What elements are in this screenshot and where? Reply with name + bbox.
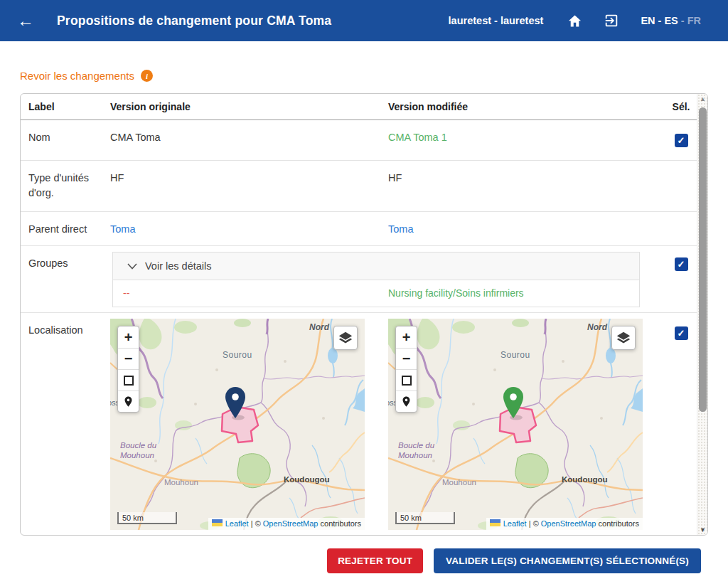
select-checkbox-nom[interactable]: ✓ — [675, 134, 688, 147]
info-icon[interactable]: i — [141, 70, 153, 82]
table-header-row: Label Version originale Version modifiée… — [21, 94, 697, 120]
action-bar: REJETER TOUT VALIDER LE(S) CHANGEMENT(S)… — [0, 548, 701, 573]
table-row-parent: Parent direct Toma Toma — [21, 212, 697, 246]
map-attribution: Leaflet | © OpenStreetMap contributors — [486, 518, 643, 530]
map-modified[interactable]: Nord Sourou Boucle du Mouhoun Mouhoun Ko… — [388, 319, 643, 530]
groups-modified-value: Nursing facility/Soins infirmiers — [388, 287, 524, 299]
parent-modified-link[interactable]: Toma — [388, 223, 413, 235]
row-label: Parent direct — [28, 222, 91, 237]
chevron-down-icon — [127, 263, 137, 270]
map-label-boucle-1: Boucle du — [398, 441, 435, 450]
map-label-nord: Nord — [309, 322, 330, 332]
map-controls: + − — [117, 326, 139, 413]
logout-icon — [604, 13, 619, 28]
map-label-sourou: Sourou — [500, 350, 530, 360]
map-label-koudougou: Koudougou — [562, 475, 608, 484]
nom-modified-value: CMA Toma 1 — [388, 120, 665, 160]
rectangle-icon — [124, 376, 134, 386]
pin-icon — [122, 395, 134, 408]
parent-original-link[interactable]: Toma — [110, 223, 135, 235]
row-label: Groupes — [28, 256, 91, 271]
col-header-original: Version originale — [110, 101, 388, 112]
col-header-modified: Version modifiée — [388, 101, 665, 112]
draw-rectangle-button[interactable] — [396, 369, 417, 391]
logout-button[interactable] — [604, 13, 619, 28]
reject-all-button[interactable]: REJETER TOUT — [327, 548, 423, 573]
leaflet-link[interactable]: Leaflet — [503, 519, 527, 528]
groups-details-panel: Voir les détails -- Nursing facility/Soi… — [112, 252, 640, 312]
scrollbar-thumb[interactable] — [699, 107, 707, 412]
row-label: Nom — [28, 130, 91, 145]
map-label-nord: Nord — [587, 322, 608, 332]
layers-control[interactable] — [611, 326, 636, 350]
select-checkbox-groupes[interactable]: ✓ — [675, 257, 688, 271]
lang-en[interactable]: EN — [641, 15, 655, 26]
layers-control[interactable] — [333, 326, 358, 350]
table-row-localisation: Localisation — [21, 313, 697, 536]
ukraine-flag-icon — [212, 519, 223, 528]
osm-link[interactable]: OpenStreetMap — [541, 519, 596, 528]
map-attribution: Leaflet | © OpenStreetMap contributors — [208, 518, 365, 530]
zoom-out-button[interactable]: − — [118, 348, 139, 369]
table-row-groupes: Groupes Voir les détails -- Nursing faci… — [21, 246, 697, 313]
table-row-type: Type d'unités d'org. HF HF — [21, 161, 697, 212]
home-button[interactable] — [567, 14, 582, 28]
map-scale: 50 km — [117, 512, 177, 524]
table-row-nom: Nom CMA Toma CMA Toma 1 ✓ — [21, 120, 697, 161]
scroll-up-arrow[interactable]: ▲ — [697, 95, 708, 102]
language-switcher: EN - ES - FR — [641, 15, 701, 26]
map-scale: 50 km — [395, 512, 455, 524]
see-details-label: Voir les détails — [145, 260, 212, 272]
table-scrollbar[interactable]: ▲ ▼ — [697, 94, 707, 535]
center-marker-button[interactable] — [118, 391, 139, 412]
map-label-koudougou: Koudougou — [284, 475, 330, 484]
select-checkbox-localisation[interactable]: ✓ — [675, 326, 688, 340]
app-header: ← Propositions de changement pour CMA To… — [0, 0, 728, 41]
see-details-toggle[interactable]: Voir les détails — [112, 252, 640, 280]
map-label-boucle-2: Mouhoun — [398, 451, 432, 460]
page-title: Propositions de changement pour CMA Toma — [57, 14, 331, 28]
zoom-in-button[interactable]: + — [118, 326, 139, 348]
groups-detail-row: -- Nursing facility/Soins infirmiers — [112, 280, 640, 307]
map-label-mouhoun: Mouhoun — [164, 478, 198, 487]
validate-selected-button[interactable]: VALIDER LE(S) CHANGEMENT(S) SÉLECTIONNÉ(… — [434, 548, 701, 573]
username-label: lauretest - lauretest — [449, 15, 544, 26]
zoom-out-button[interactable]: − — [396, 348, 417, 369]
zoom-in-button[interactable]: + — [396, 326, 417, 348]
draw-rectangle-button[interactable] — [118, 369, 139, 391]
scroll-down-arrow[interactable]: ▼ — [697, 526, 708, 533]
review-changes-label: Revoir les changements — [20, 70, 134, 82]
type-modified-value: HF — [388, 161, 665, 211]
layers-icon — [616, 330, 631, 346]
row-label: Type d'unités d'org. — [28, 171, 91, 201]
center-marker-button[interactable] — [396, 391, 417, 412]
review-changes-heading: Revoir les changements i — [20, 70, 728, 82]
layers-icon — [338, 330, 353, 346]
col-header-select: Sél. — [665, 101, 697, 112]
type-original-value: HF — [110, 161, 388, 211]
changes-table: Label Version originale Version modifiée… — [20, 93, 708, 536]
map-original[interactable]: Nord Sourou Boucle du Mouhoun Mouhoun Ko… — [110, 319, 365, 530]
col-header-label: Label — [21, 101, 110, 112]
groups-original-value: -- — [123, 287, 129, 299]
rectangle-icon — [402, 376, 412, 386]
map-label-boucle-1: Boucle du — [120, 441, 157, 450]
map-label-sourou: Sourou — [223, 350, 252, 360]
lang-fr[interactable]: FR — [687, 15, 701, 26]
leaflet-link[interactable]: Leaflet — [225, 519, 249, 528]
pin-icon — [400, 395, 412, 408]
osm-link[interactable]: OpenStreetMap — [263, 519, 318, 528]
ukraine-flag-icon — [490, 519, 500, 528]
map-label-boucle-2: Mouhoun — [120, 451, 154, 460]
map-controls: + − — [395, 326, 417, 413]
row-label: Localisation — [28, 323, 91, 338]
lang-es[interactable]: ES — [664, 15, 678, 26]
back-button[interactable]: ← — [17, 12, 34, 29]
map-label-mouhoun: Mouhoun — [442, 478, 476, 487]
nom-original-value: CMA Toma — [110, 120, 388, 160]
home-icon — [567, 14, 582, 28]
